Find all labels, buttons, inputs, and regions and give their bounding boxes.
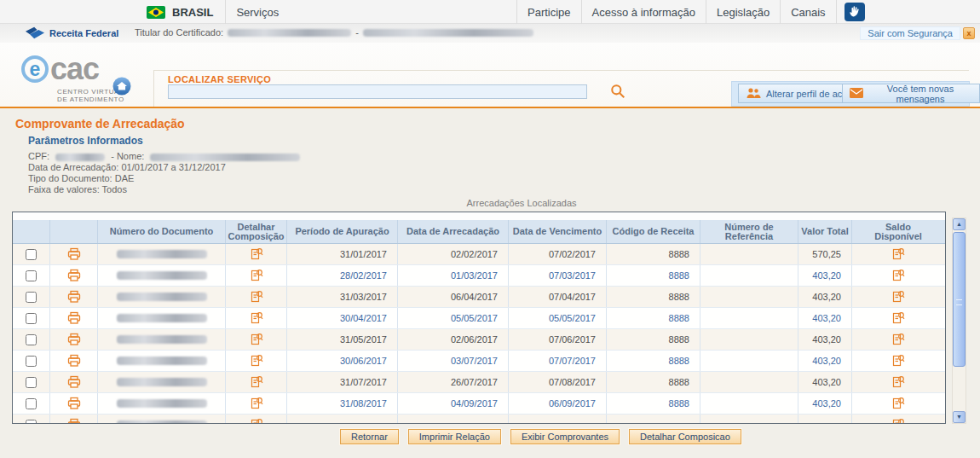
row-checkbox[interactable] <box>26 270 37 281</box>
data-arrecadacao-cell: 26/07/2017 <box>398 372 509 392</box>
detail-composition-icon[interactable] <box>250 397 263 410</box>
row-print-cell <box>50 287 98 307</box>
detail-composition-icon[interactable] <box>250 333 263 346</box>
param-data-arrecadacao: Data de Arrecadação: 01/01/2017 a 31/12/… <box>28 162 303 173</box>
saldo-disponivel-icon[interactable] <box>891 269 905 282</box>
row-checkbox[interactable] <box>26 398 37 409</box>
orange-divider <box>0 107 980 108</box>
search-panel-border-top <box>153 70 969 71</box>
ecac-logo-cac: cac <box>50 51 99 87</box>
numero-referencia-cell <box>700 372 798 392</box>
data-arrecadacao-cell: 06/04/2017 <box>398 287 509 307</box>
codigo-receita-cell: 8888 <box>607 308 700 328</box>
table-row: 30/06/2017 03/07/2017 07/07/2017 8888 40… <box>13 351 945 372</box>
detail-composition-icon[interactable] <box>250 247 263 261</box>
saldo-disponivel-icon[interactable] <box>891 375 905 389</box>
certificate-holder-label: Titular do Certificado: <box>135 27 223 38</box>
row-checkbox[interactable] <box>26 377 37 388</box>
print-icon[interactable] <box>67 397 81 410</box>
ecac-logo-e: e <box>21 55 49 83</box>
saldo-disponivel-icon[interactable] <box>891 397 905 410</box>
print-icon[interactable] <box>67 418 81 424</box>
new-messages-label: Você tem novas mensagens <box>868 84 972 104</box>
header-data-arrecadacao: Data de Arrecadação <box>398 220 509 243</box>
receita-federal-label: Receita Federal <box>49 28 118 38</box>
row-select-cell <box>13 393 50 414</box>
row-checkbox[interactable] <box>26 356 37 367</box>
print-icon[interactable] <box>67 375 81 389</box>
search-label: LOCALIZAR SERVIÇO <box>168 74 271 84</box>
row-saldo-cell <box>852 372 944 392</box>
saldo-disponivel-icon[interactable] <box>891 354 905 368</box>
scroll-up-icon[interactable]: ▲ <box>953 218 966 230</box>
saldo-disponivel-icon[interactable] <box>891 333 905 346</box>
gov-link-canais[interactable]: Canais <box>781 6 835 19</box>
new-messages-button[interactable]: Você tem novas mensagens <box>842 84 980 103</box>
row-checkbox[interactable] <box>26 334 37 345</box>
periodo-apuracao-cell: 31/08/2017 <box>287 393 398 414</box>
row-print-cell <box>50 415 98 424</box>
saldo-disponivel-icon[interactable] <box>891 247 905 261</box>
print-icon[interactable] <box>67 354 81 368</box>
row-saldo-cell <box>852 329 944 350</box>
param-cpf-nome: CPF: - Nome: <box>28 151 303 162</box>
search-icon[interactable] <box>610 84 625 99</box>
header-periodo-apuracao: Período de Apuração <box>287 220 398 243</box>
detail-composition-icon[interactable] <box>250 354 263 368</box>
table-row: 30/04/2017 05/05/2017 05/05/2017 8888 40… <box>13 308 945 329</box>
retornar-button[interactable]: Retornar <box>340 429 399 444</box>
detalhar-composicao-button[interactable]: Detalhar Composicao <box>629 429 741 444</box>
row-checkbox[interactable] <box>26 420 37 425</box>
table-scrollbar[interactable]: ▲ ▼ <box>952 217 966 424</box>
search-input[interactable] <box>168 84 587 99</box>
row-checkbox[interactable] <box>26 313 37 324</box>
table-header-row: Número do Documento Detalhar Composição … <box>13 220 945 244</box>
valor-total-cell: 403,20 <box>798 287 852 307</box>
certificate-holder-id-redacted <box>228 29 351 37</box>
gov-link-legislacao[interactable]: Legislação <box>706 6 780 19</box>
valor-total-cell: 403,20 <box>798 372 852 392</box>
nome-label: - Nome: <box>111 151 144 161</box>
detail-composition-icon[interactable] <box>250 418 263 424</box>
row-print-cell <box>50 265 98 286</box>
print-icon[interactable] <box>67 269 81 282</box>
numero-referencia-cell <box>700 329 798 350</box>
saldo-disponivel-icon[interactable] <box>891 290 905 304</box>
valor-total-cell: 403,20 <box>798 265 852 286</box>
document-number-redacted <box>117 293 207 301</box>
row-select-cell <box>13 308 50 328</box>
gov-link-acesso-informacao[interactable]: Acesso à informação <box>582 6 706 19</box>
detail-composition-icon[interactable] <box>250 375 263 389</box>
scrollbar-thumb[interactable] <box>953 232 966 367</box>
row-checkbox[interactable] <box>26 292 37 303</box>
results-table: Número do Documento Detalhar Composição … <box>12 212 946 424</box>
imprimir-relacao-button[interactable]: Imprimir Relação <box>408 429 501 444</box>
print-icon[interactable] <box>67 290 81 304</box>
print-icon[interactable] <box>67 247 81 261</box>
numero-referencia-cell <box>700 415 798 424</box>
detail-composition-icon[interactable] <box>250 290 263 304</box>
row-saldo-cell <box>852 351 944 371</box>
gov-link-servicos[interactable]: Serviços <box>226 6 289 19</box>
detail-composition-icon[interactable] <box>250 269 263 282</box>
exibir-comprovantes-button[interactable]: Exibir Comprovantes <box>510 429 620 444</box>
close-icon[interactable]: x <box>963 27 975 39</box>
gov-link-participe[interactable]: Participe <box>517 6 581 19</box>
header-codigo-receita: Código de Receita <box>607 220 700 243</box>
valor-total-cell: 403,20 <box>798 351 852 371</box>
row-document-number-cell <box>98 415 226 424</box>
ecac-logo: e cac CENTRO VIRTUAL DE ATENDIMENTO <box>21 51 124 103</box>
detail-composition-icon[interactable] <box>250 311 263 325</box>
saldo-disponivel-icon[interactable] <box>891 418 905 424</box>
print-icon[interactable] <box>67 333 81 346</box>
print-icon[interactable] <box>67 311 81 325</box>
home-icon[interactable] <box>112 77 131 96</box>
logout-button[interactable]: Sair com Segurança <box>860 26 960 40</box>
row-detail-cell <box>226 415 287 424</box>
row-checkbox[interactable] <box>26 249 37 260</box>
vlibras-icon[interactable] <box>844 3 866 21</box>
scroll-down-icon[interactable]: ▼ <box>953 411 966 423</box>
saldo-disponivel-icon[interactable] <box>891 311 905 325</box>
param-faixa-valores: Faixa de valores: Todos <box>28 184 303 195</box>
periodo-apuracao-cell: 31/05/2017 <box>287 329 398 350</box>
